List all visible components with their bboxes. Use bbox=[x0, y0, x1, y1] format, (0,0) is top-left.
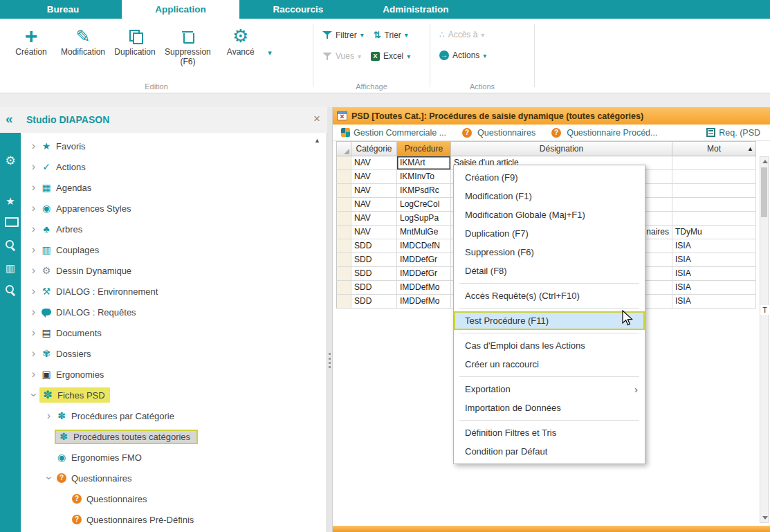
row-selector[interactable] bbox=[336, 253, 351, 267]
row-selector[interactable] bbox=[336, 281, 351, 295]
cell-mot[interactable]: ISIA bbox=[672, 267, 756, 281]
cell-categorie[interactable]: NAV bbox=[351, 198, 397, 212]
tree-item-agendas[interactable]: › ▦ Agendas bbox=[21, 177, 327, 198]
column-header-categorie[interactable]: Catégorie bbox=[351, 141, 397, 156]
tab-raccourcis[interactable]: Raccourcis bbox=[239, 0, 357, 19]
collapse-panel-icon[interactable]: « bbox=[6, 111, 13, 127]
row-selector[interactable] bbox=[336, 184, 351, 198]
row-selector[interactable] bbox=[336, 226, 351, 239]
tree-item-actions[interactable]: › ✓ Actions bbox=[21, 156, 327, 177]
row-selector[interactable] bbox=[336, 239, 351, 253]
cell-mot[interactable]: ISIA bbox=[672, 253, 756, 267]
star-icon[interactable]: ★ bbox=[6, 196, 15, 206]
gear-icon[interactable]: ⚙ bbox=[5, 155, 15, 167]
scrollbar-thumb[interactable] bbox=[761, 167, 767, 217]
column-header-designation[interactable]: Désignation bbox=[451, 141, 672, 156]
tree-item-questionnaires[interactable]: › ? Questionnaires bbox=[21, 468, 327, 488]
chevron-right-icon[interactable]: › bbox=[28, 244, 39, 255]
advanced-search-icon[interactable] bbox=[5, 284, 16, 297]
menu-item-acces-requetes[interactable]: Accès Requête(s) (Ctrl+F10) bbox=[454, 286, 645, 305]
column-header-procedure[interactable]: Procédure bbox=[397, 141, 451, 156]
cell-procedure[interactable]: IKMInvTo bbox=[397, 170, 451, 184]
cell-categorie[interactable]: NAV bbox=[351, 170, 397, 184]
cell-procedure[interactable]: IKMPsdRc bbox=[397, 184, 451, 198]
tab-req-psd[interactable]: Req. (PSD bbox=[706, 128, 760, 138]
cell-mot[interactable]: ISIA bbox=[672, 295, 756, 309]
splitter-handle-icon[interactable] bbox=[329, 353, 331, 368]
tree-item-couplages[interactable]: › ▥ Couplages bbox=[21, 239, 327, 260]
chevron-down-icon[interactable]: ▾ bbox=[268, 48, 272, 57]
scroll-up-icon[interactable] bbox=[760, 157, 768, 166]
menu-item-duplication[interactable]: Duplication (F7) bbox=[454, 224, 645, 243]
scroll-down-icon[interactable] bbox=[760, 513, 768, 522]
cell-mot[interactable] bbox=[672, 184, 756, 198]
cell-mot[interactable] bbox=[672, 156, 756, 170]
search-icon[interactable] bbox=[5, 239, 16, 252]
chevron-right-icon[interactable]: › bbox=[28, 306, 39, 318]
chevron-right-icon[interactable]: › bbox=[28, 286, 39, 297]
cell-procedure[interactable]: LogSupPa bbox=[397, 212, 451, 226]
panel-splitter[interactable] bbox=[327, 107, 332, 532]
cell-mot[interactable]: ISIA bbox=[672, 281, 756, 295]
tab-bureau[interactable]: Bureau bbox=[4, 0, 122, 19]
chevron-right-icon[interactable]: › bbox=[43, 410, 55, 421]
right-edge-vertical-tab[interactable]: T bbox=[760, 305, 769, 315]
cell-procedure[interactable]: IMDDefGr bbox=[397, 253, 451, 267]
grid-corner-cell[interactable] bbox=[336, 141, 351, 156]
chevron-right-icon[interactable]: › bbox=[28, 265, 39, 276]
menu-item-modification-globale[interactable]: Modification Globale (Maj+F1) bbox=[454, 205, 645, 224]
cell-categorie[interactable]: SDD bbox=[351, 267, 397, 281]
chevron-right-icon[interactable]: › bbox=[28, 140, 39, 152]
menu-item-detail[interactable]: Détail (F8) bbox=[454, 262, 645, 280]
cell-categorie[interactable]: NAV bbox=[351, 184, 397, 198]
tab-application[interactable]: Application bbox=[122, 0, 239, 19]
sort-asc-icon[interactable]: ▲ bbox=[747, 142, 753, 156]
row-selector[interactable] bbox=[336, 170, 351, 184]
tree-item-procedures-par-categorie[interactable]: › ✽ Procédures par Catégorie bbox=[21, 405, 327, 426]
tab-questionnaires[interactable]: ? Questionnaires bbox=[460, 128, 535, 138]
tree-item-arbres[interactable]: › ♣ Arbres bbox=[21, 219, 327, 239]
tab-questionnaire-procedure[interactable]: ? Questionnaire Procéd... bbox=[549, 128, 657, 138]
avance-button[interactable]: ⚙ Avancé ▾ bbox=[215, 24, 266, 68]
menu-item-exportation[interactable]: Exportation › bbox=[454, 380, 645, 398]
chevron-right-icon[interactable]: › bbox=[28, 182, 39, 193]
chevron-down-icon[interactable]: › bbox=[28, 389, 39, 401]
chevron-right-icon[interactable]: › bbox=[28, 203, 39, 214]
row-selector[interactable] bbox=[336, 267, 351, 281]
menu-item-cas-emploi[interactable]: Cas d'Emploi dans les Actions bbox=[454, 336, 645, 355]
menu-item-definition-filtres[interactable]: Définition Filtres et Tris bbox=[454, 423, 645, 442]
tab-administration[interactable]: Administration bbox=[357, 0, 475, 19]
cell-mot[interactable] bbox=[672, 212, 756, 226]
creation-button[interactable]: + Création bbox=[6, 24, 57, 68]
cell-procedure[interactable]: MntMulGe bbox=[397, 226, 451, 239]
cell-categorie[interactable]: NAV bbox=[351, 156, 397, 170]
filtrer-button[interactable]: Filtrer ▾ bbox=[320, 28, 366, 42]
tree-item-ergonomies[interactable]: › ▣ Ergonomies bbox=[21, 364, 327, 385]
row-selector[interactable] bbox=[336, 212, 351, 226]
tree-item-dessin-dynamique[interactable]: › ⚙ Dessin Dynamique bbox=[21, 260, 327, 281]
menu-item-condition-defaut[interactable]: Condition par Défaut bbox=[454, 442, 645, 461]
actions-button[interactable]: → Actions ▾ bbox=[437, 49, 488, 62]
excel-button[interactable]: Excel ▾ bbox=[369, 50, 412, 62]
cell-procedure[interactable]: IMDCDefN bbox=[397, 239, 451, 253]
row-selector[interactable] bbox=[336, 295, 351, 309]
tree-item-fiches-psd[interactable]: › ✽ Fiches PSD bbox=[21, 385, 327, 405]
cell-categorie[interactable]: SDD bbox=[351, 295, 397, 309]
chevron-right-icon[interactable]: › bbox=[28, 327, 39, 338]
vertical-scrollbar[interactable] bbox=[760, 156, 769, 523]
scroll-up-icon[interactable]: ▲ bbox=[314, 137, 320, 144]
cell-procedure-focused[interactable]: IKMArt bbox=[397, 156, 451, 170]
chevron-right-icon[interactable]: › bbox=[28, 161, 39, 172]
cell-categorie[interactable]: SDD bbox=[351, 253, 397, 267]
chevron-right-icon[interactable]: › bbox=[28, 369, 39, 380]
cell-mot[interactable]: ISIA bbox=[672, 239, 756, 253]
tree-item-apparences-styles[interactable]: › ◉ Apparences Styles bbox=[21, 198, 327, 219]
menu-item-modification[interactable]: Modification (F1) bbox=[454, 187, 645, 205]
suppression-button[interactable]: Suppression (F6) bbox=[161, 24, 215, 68]
menu-item-creer-raccourci[interactable]: Créer un raccourci bbox=[454, 355, 645, 374]
menu-item-test-procedure[interactable]: Test Procédure (F11) bbox=[454, 311, 645, 330]
cell-mot[interactable]: TDyMu bbox=[672, 226, 756, 239]
tree-item-procedures-toutes-categories[interactable]: › ✽ Procédures toutes catégories bbox=[21, 426, 327, 447]
tree-item-questionnaires-predefinis[interactable]: › ? Questionnaires Pré-Définis bbox=[21, 509, 327, 530]
cell-procedure[interactable]: IMDDefMo bbox=[397, 281, 451, 295]
